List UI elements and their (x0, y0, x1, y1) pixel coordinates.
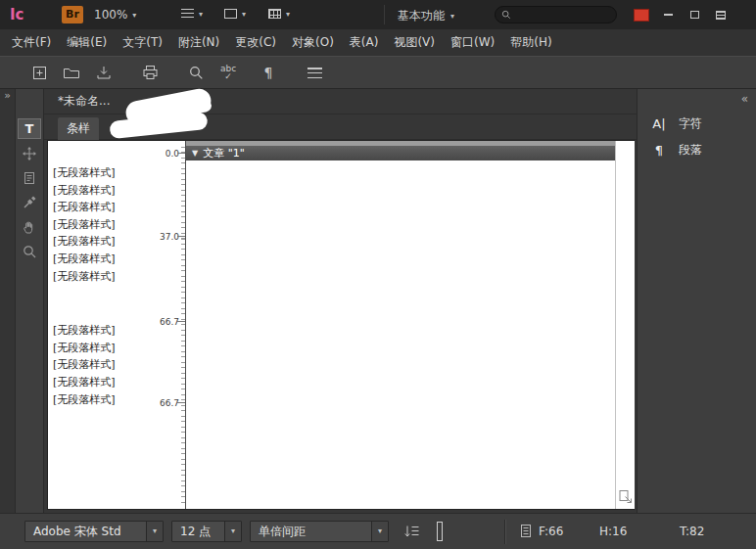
app-red-button[interactable] (633, 7, 650, 23)
new-document-button[interactable] (27, 61, 51, 84)
separator (504, 520, 505, 544)
eyedropper-tool[interactable] (16, 190, 43, 214)
paragraph-style-label: [无段落样式] (53, 356, 162, 374)
position-tool[interactable] (16, 141, 43, 165)
search-icon (501, 10, 511, 20)
paragraph-style-label: [无段落样式] (53, 374, 162, 391)
export-icon (618, 489, 633, 504)
status-bar: Adobe 宋体 Std ▾ 12 点 ▾ 单倍间距 ▾ (0, 513, 756, 549)
red-square-icon (634, 9, 649, 22)
note-tool[interactable] (16, 165, 43, 190)
story-collapse-icon[interactable]: ▼ (192, 146, 198, 160)
paragraph-style-label: [无段落样式] (53, 268, 162, 286)
ruler-label: 0.0 (165, 149, 179, 159)
search-icon (188, 65, 204, 80)
depth-ruler: 0.0 37.0 66.7 66.7 (162, 141, 185, 509)
grid-view-dropdown[interactable]: ▾ (268, 9, 290, 19)
chevron-down-icon: ▾ (242, 10, 246, 19)
paragraph-style-label: [无段落样式] (53, 199, 162, 216)
print-icon (142, 65, 159, 80)
story-bar: ▼ 文章 "1" (186, 146, 615, 160)
workspace-label: 基本功能 (398, 8, 445, 24)
vertical-scrollbar[interactable] (615, 141, 635, 509)
spellcheck-button[interactable]: abc ✓ (216, 61, 240, 84)
zoom-tool[interactable] (16, 239, 43, 263)
collapse-dock-button[interactable]: « (741, 92, 748, 106)
tab-galley[interactable]: 条样 (58, 117, 99, 140)
hidden-characters-button[interactable]: ¶ (257, 61, 280, 84)
menu-item[interactable]: 对象(O) (284, 29, 342, 56)
save-button[interactable] (92, 61, 116, 84)
font-size-select[interactable]: 12 点 ▾ (171, 521, 242, 542)
panel-label: 段落 (679, 142, 702, 159)
export-button[interactable] (618, 489, 633, 504)
zoom-dropdown[interactable]: 100% ▾ (94, 8, 136, 22)
document-area: *未命名... 条样 条样 [无段落样式][无段落样式][无段落样式][无段落样… (44, 89, 637, 513)
toolbar-menu-button[interactable] (303, 61, 326, 84)
panel-tab[interactable]: A| 字符 (638, 111, 756, 137)
frame-view-icon (224, 9, 237, 19)
collapse-panel-button[interactable]: » (0, 89, 15, 103)
chevron-down-icon: ▾ (224, 522, 241, 541)
document-tab[interactable]: *未命名... (58, 89, 110, 114)
ruler-tick (177, 402, 185, 403)
chevron-down-icon: ▾ (199, 10, 203, 19)
menu-item[interactable]: 帮助(H) (502, 29, 559, 56)
page-count-icon (520, 524, 532, 538)
left-dock-strip: » (0, 89, 16, 513)
paragraph-style-label: [无段落样式] (53, 340, 162, 357)
title-bar: Ic Br 100% ▾ ▾ ▾ ▾ 基本功能 ▾ (0, 0, 756, 29)
menu-item[interactable]: 更改(C) (227, 29, 284, 56)
hand-tool[interactable] (16, 214, 43, 239)
chevron-down-icon: ▾ (146, 522, 163, 541)
ruler-tick (177, 236, 185, 237)
line-spacing-button[interactable] (403, 525, 419, 538)
chevron-down-icon: ▾ (371, 522, 388, 541)
new-document-icon (31, 65, 48, 81)
minimize-icon (664, 14, 673, 16)
maximize-button[interactable] (685, 7, 703, 23)
separator (384, 5, 385, 24)
ruler-label: 66.7 (160, 317, 179, 327)
minimize-button[interactable] (659, 7, 677, 23)
line-spacing-icon (403, 525, 419, 538)
search-box[interactable] (495, 6, 617, 23)
type-tool[interactable]: T (16, 116, 43, 141)
maximize-icon (690, 11, 699, 19)
menu-item[interactable]: 窗口(W) (443, 29, 502, 56)
paragraph-style-label: [无段落样式] (53, 216, 162, 234)
count-info-button[interactable] (520, 524, 532, 538)
galley-editor: [无段落样式][无段落样式][无段落样式][无段落样式][无段落样式][无段落样… (47, 140, 635, 510)
paragraph-style-label: [无段落样式] (53, 233, 162, 251)
menu-item[interactable]: 视图(V) (386, 29, 443, 56)
print-button[interactable] (138, 61, 162, 84)
frame-view-dropdown[interactable]: ▾ (224, 9, 246, 19)
font-family-value: Adobe 宋体 Std (25, 522, 146, 541)
menu-item[interactable]: 附注(N) (170, 29, 227, 56)
workspace-switcher[interactable]: 基本功能 ▾ (398, 8, 454, 24)
panel-tab[interactable]: ¶ 段落 (638, 137, 756, 163)
open-button[interactable] (60, 61, 83, 84)
bridge-button[interactable]: Br (62, 6, 83, 23)
menu-item[interactable]: 文件(F) (4, 29, 59, 56)
menu-item[interactable]: 编辑(E) (59, 29, 115, 56)
menu-item[interactable]: 表(A) (342, 29, 387, 56)
panel-label: 字符 (679, 115, 702, 132)
view-mode-toggle[interactable] (437, 525, 443, 538)
view-options-dropdown[interactable]: ▾ (181, 9, 203, 19)
counter-depth: H:16 (599, 525, 627, 538)
incopy-logo: Ic (10, 6, 24, 23)
note-tool-icon (22, 170, 37, 186)
paragraph-style-label: [无段落样式] (53, 182, 162, 200)
smudge-artifact (194, 99, 212, 113)
incopy-window: Ic Br 100% ▾ ▾ ▾ ▾ 基本功能 ▾ (0, 0, 756, 549)
ruler-label: 66.7 (160, 398, 179, 408)
ruler-tick (177, 153, 185, 154)
leading-select[interactable]: 单倍间距 ▾ (250, 521, 389, 542)
font-family-select[interactable]: Adobe 宋体 Std ▾ (24, 521, 164, 542)
close-button[interactable] (712, 7, 730, 23)
search-button[interactable] (184, 61, 208, 84)
menu-item[interactable]: 文字(T) (115, 29, 170, 56)
search-input[interactable] (515, 9, 603, 21)
story-area: ▼ 文章 "1" (186, 141, 634, 509)
